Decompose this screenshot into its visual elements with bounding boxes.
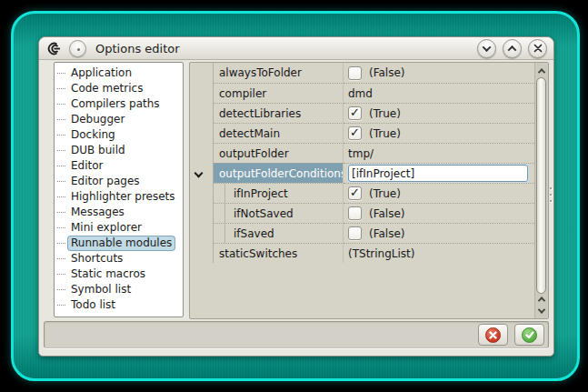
- property-name-cell[interactable]: ifSaved: [214, 223, 344, 243]
- property-grid: alwaysToFolder (False) compiler dmd dete…: [189, 62, 549, 319]
- property-name-cell[interactable]: outputFolderConditions: [214, 163, 344, 183]
- property-name: ifInProject: [234, 187, 288, 200]
- property-name: detectLibraries: [219, 107, 301, 120]
- sidebar-item-label: DUB build: [68, 144, 128, 157]
- sidebar-item-label: Highlighter presets: [68, 190, 178, 204]
- checkbox-unchecked[interactable]: [348, 226, 362, 240]
- sidebar-item-shortcuts[interactable]: Shortcuts: [55, 251, 183, 266]
- grid-rows: alwaysToFolder (False) compiler dmd dete…: [190, 63, 534, 318]
- property-value-cell[interactable]: ✓(True): [344, 183, 534, 203]
- property-name: outputFolder: [219, 147, 289, 160]
- property-name-cell[interactable]: outputFolder: [214, 143, 344, 163]
- sidebar-item-label: Symbol list: [68, 283, 134, 297]
- sidebar-item-debugger[interactable]: Debugger: [55, 112, 183, 127]
- property-value-cell[interactable]: ✓(True): [344, 123, 534, 143]
- property-name-cell[interactable]: staticSwitches: [214, 243, 344, 263]
- checkbox-checked[interactable]: ✓: [348, 106, 362, 120]
- property-name-cell[interactable]: ifNotSaved: [214, 203, 344, 223]
- property-value-cell[interactable]: (False): [344, 203, 534, 223]
- sidebar-item-todo-list[interactable]: Todo list: [55, 297, 183, 313]
- value-text: (False): [369, 207, 405, 220]
- property-name-cell[interactable]: compiler: [214, 83, 344, 103]
- property-name: staticSwitches: [219, 247, 297, 260]
- close-button[interactable]: [528, 39, 547, 58]
- property-value-cell[interactable]: tmp/: [344, 143, 534, 163]
- property-value-cell[interactable]: (False): [344, 223, 534, 243]
- minimize-button[interactable]: [477, 39, 496, 58]
- tree-dash-icon: [57, 289, 65, 290]
- sidebar-item-compilers-paths[interactable]: Compilers paths: [55, 96, 183, 112]
- property-row-alwaysToFolder: alwaysToFolder (False): [190, 63, 534, 83]
- category-list[interactable]: Application Code metrics Compilers paths…: [54, 62, 184, 317]
- coedit-logo-icon: [45, 42, 63, 55]
- property-value-cell[interactable]: [344, 163, 534, 183]
- property-row-outputFolderConditions: outputFolderConditions: [190, 163, 534, 183]
- sidebar-item-editor-pages[interactable]: Editor pages: [55, 174, 183, 189]
- property-name: outputFolderConditions: [219, 167, 344, 180]
- sidebar-item-messages[interactable]: Messages: [55, 205, 183, 220]
- tree-dash-icon: [57, 258, 65, 259]
- expand-chevron-icon[interactable]: [194, 169, 204, 178]
- sidebar-item-highlighter-presets[interactable]: Highlighter presets: [55, 189, 183, 205]
- sidebar-item-application[interactable]: Application: [55, 65, 183, 81]
- row-gutter: [190, 123, 214, 143]
- sidebar-item-label: Application: [68, 66, 135, 80]
- cancel-button[interactable]: [478, 324, 508, 346]
- property-row-ifSaved: ifSaved (False): [190, 223, 534, 243]
- property-row-staticSwitches: staticSwitches (TStringList): [190, 243, 534, 263]
- property-value-cell[interactable]: (TStringList): [344, 243, 534, 263]
- sidebar-item-static-macros[interactable]: Static macros: [55, 266, 183, 282]
- tree-dash-icon: [57, 88, 65, 89]
- value-text: dmd: [348, 87, 373, 100]
- sidebar-item-label: Runnable modules: [68, 236, 174, 250]
- maximize-button[interactable]: [503, 39, 522, 58]
- sidebar-item-docking[interactable]: Docking: [55, 127, 183, 143]
- property-name-cell[interactable]: detectMain: [214, 123, 344, 143]
- value-editor[interactable]: [348, 165, 528, 182]
- sidebar-item-code-metrics[interactable]: Code metrics: [55, 81, 183, 96]
- scroll-down-button[interactable]: [536, 305, 547, 317]
- sidebar-item-runnable-modules[interactable]: Runnable modules: [55, 236, 183, 251]
- ok-check-icon: [522, 327, 537, 343]
- ok-button[interactable]: [514, 324, 544, 346]
- checkbox-unchecked[interactable]: [348, 206, 362, 220]
- scroll-up-button-bottom[interactable]: [536, 293, 547, 305]
- property-value-cell[interactable]: ✓(True): [344, 103, 534, 123]
- row-gutter: [190, 203, 214, 223]
- row-gutter: [190, 143, 214, 163]
- row-gutter: [190, 223, 214, 243]
- window-resize-grip[interactable]: [549, 187, 553, 209]
- scroll-up-button[interactable]: [536, 65, 547, 76]
- property-value-cell[interactable]: dmd: [344, 83, 534, 103]
- tree-dash-icon: [57, 274, 65, 275]
- property-name-cell[interactable]: detectLibraries: [214, 103, 344, 123]
- vertical-scrollbar[interactable]: [534, 63, 548, 318]
- row-gutter: [190, 163, 214, 183]
- tree-dash-icon: [57, 243, 65, 244]
- property-name-cell[interactable]: ifInProject: [214, 183, 344, 203]
- titlebar[interactable]: Options editor: [39, 37, 553, 60]
- sidebar-item-editor[interactable]: Editor: [55, 158, 183, 174]
- checkbox-checked[interactable]: ✓: [348, 126, 362, 140]
- checkbox-unchecked[interactable]: [348, 66, 362, 80]
- sidebar-item-dub-build[interactable]: DUB build: [55, 143, 183, 158]
- property-row-ifInProject: ifInProject ✓(True): [190, 183, 534, 203]
- value-text: tmp/: [348, 147, 374, 160]
- window-menu-button[interactable]: [69, 40, 86, 57]
- checkbox-checked[interactable]: ✓: [348, 186, 362, 200]
- tree-dash-icon: [57, 150, 65, 151]
- property-row-ifNotSaved: ifNotSaved (False): [190, 203, 534, 223]
- property-name-cell[interactable]: alwaysToFolder: [214, 63, 344, 83]
- tree-dash-icon: [57, 166, 65, 166]
- options-editor-window: Options editor Application Code metrics …: [38, 36, 554, 357]
- row-gutter: [190, 83, 214, 103]
- scrollbar-thumb[interactable]: [536, 77, 546, 294]
- property-value-cell[interactable]: (False): [344, 63, 534, 83]
- row-gutter: [190, 63, 214, 83]
- sidebar-item-mini-explorer[interactable]: Mini explorer: [55, 220, 183, 236]
- cancel-cross-icon: [485, 327, 501, 343]
- value-text: (True): [369, 127, 401, 140]
- value-text: (True): [369, 187, 401, 200]
- sidebar-item-symbol-list[interactable]: Symbol list: [55, 282, 183, 297]
- value-text: (TStringList): [348, 247, 414, 260]
